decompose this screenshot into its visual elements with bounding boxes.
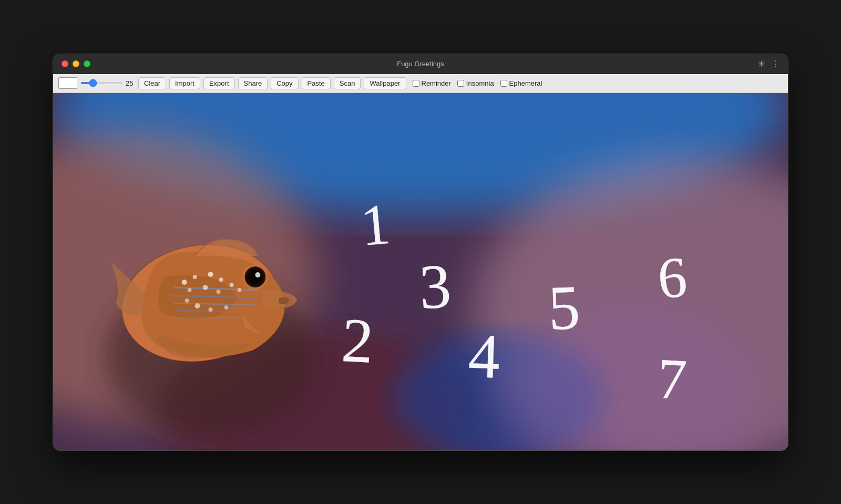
drawn-number-6: 6 bbox=[656, 244, 689, 311]
svg-point-21 bbox=[209, 307, 213, 311]
close-button[interactable] bbox=[61, 60, 68, 67]
color-swatch[interactable] bbox=[58, 77, 77, 89]
svg-point-15 bbox=[188, 287, 192, 292]
svg-point-22 bbox=[224, 305, 229, 309]
maximize-button[interactable] bbox=[84, 60, 90, 67]
titlebar-actions: ✳ ⋮ bbox=[758, 59, 780, 69]
minimize-button[interactable] bbox=[73, 60, 79, 67]
export-button[interactable]: Export bbox=[203, 77, 235, 89]
drawn-number-1: 1 bbox=[358, 191, 393, 258]
clear-button[interactable]: Clear bbox=[138, 77, 166, 89]
svg-point-25 bbox=[248, 270, 262, 284]
stroke-value-label: 25 bbox=[126, 79, 135, 87]
window-title: Fugu Greetings bbox=[397, 60, 444, 68]
svg-point-14 bbox=[230, 282, 234, 286]
share-button[interactable]: Share bbox=[238, 77, 268, 89]
drawing-canvas[interactable]: 1 2 3 4 5 6 7 bbox=[53, 93, 788, 450]
ephemeral-checkbox-label[interactable]: Ephemeral bbox=[500, 79, 542, 87]
ephemeral-label: Ephemeral bbox=[509, 79, 542, 87]
import-button[interactable]: Import bbox=[169, 77, 200, 89]
reminder-label: Reminder bbox=[422, 79, 451, 87]
drawn-number-4: 4 bbox=[467, 320, 501, 391]
stroke-size-slider[interactable] bbox=[80, 82, 122, 84]
drawn-number-2: 2 bbox=[340, 304, 375, 376]
canvas-svg[interactable]: 1 2 3 4 5 6 7 bbox=[53, 93, 788, 450]
extensions-icon[interactable]: ✳ bbox=[758, 59, 765, 69]
paste-button[interactable]: Paste bbox=[302, 77, 331, 89]
traffic-lights bbox=[61, 60, 90, 67]
menu-icon[interactable]: ⋮ bbox=[771, 59, 780, 69]
svg-point-11 bbox=[193, 274, 197, 279]
insomnia-label: Insomnia bbox=[466, 79, 494, 87]
svg-point-12 bbox=[208, 272, 213, 277]
checkbox-group: Reminder Insomnia Ephemeral bbox=[413, 79, 542, 87]
scan-button[interactable]: Scan bbox=[334, 77, 361, 89]
svg-point-10 bbox=[182, 279, 187, 284]
drawn-number-7: 7 bbox=[656, 346, 688, 412]
insomnia-checkbox[interactable] bbox=[457, 80, 464, 87]
svg-point-16 bbox=[203, 284, 208, 290]
svg-point-19 bbox=[185, 298, 189, 302]
svg-point-17 bbox=[217, 289, 221, 293]
svg-point-18 bbox=[237, 287, 241, 292]
drawn-number-5: 5 bbox=[547, 272, 581, 343]
drawn-number-3: 3 bbox=[417, 250, 453, 322]
svg-point-26 bbox=[255, 272, 260, 277]
titlebar: Fugu Greetings ✳ ⋮ bbox=[53, 54, 788, 74]
toolbar: 25 Clear Import Export Share Copy Paste … bbox=[53, 74, 788, 93]
app-window: Fugu Greetings ✳ ⋮ 25 Clear Import Expor… bbox=[53, 54, 788, 451]
wallpaper-button[interactable]: Wallpaper bbox=[364, 77, 406, 89]
insomnia-checkbox-label[interactable]: Insomnia bbox=[457, 79, 494, 87]
reminder-checkbox[interactable] bbox=[413, 80, 419, 87]
svg-point-13 bbox=[219, 277, 223, 281]
ephemeral-checkbox[interactable] bbox=[500, 80, 507, 87]
copy-button[interactable]: Copy bbox=[271, 77, 298, 89]
reminder-checkbox-label[interactable]: Reminder bbox=[413, 79, 451, 87]
svg-point-20 bbox=[195, 303, 200, 308]
stroke-slider-container: 25 bbox=[80, 79, 135, 87]
